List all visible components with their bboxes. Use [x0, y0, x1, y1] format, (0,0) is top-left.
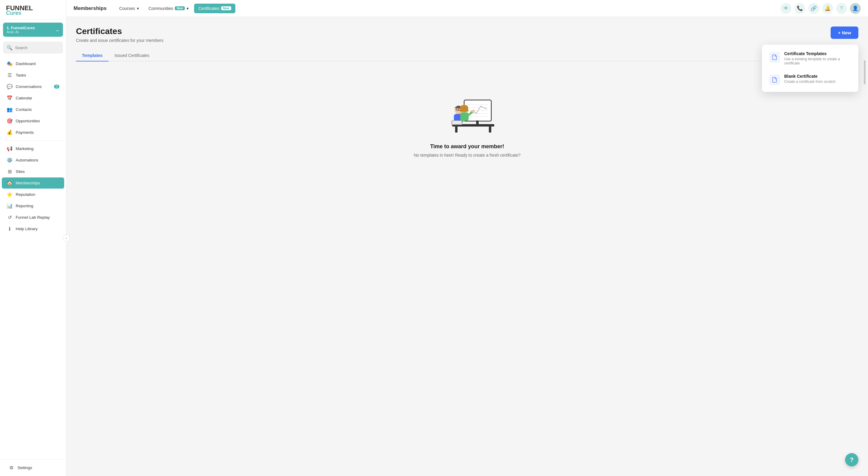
sidebar-item-payments[interactable]: 💰 Payments — [2, 127, 64, 138]
calendar-icon: 📅 — [7, 95, 13, 101]
page-subtitle: Create and issue certificates for your m… — [76, 38, 163, 43]
sidebar-item-tasks[interactable]: ☰ Tasks — [2, 70, 64, 81]
certificate-templates-title: Certificate Templates — [784, 51, 851, 56]
search-input[interactable] — [15, 45, 66, 50]
new-button[interactable]: + New — [831, 27, 858, 39]
conversations-icon: 💬 — [7, 84, 13, 90]
help-fab-button[interactable]: ? — [845, 453, 858, 466]
certificate-templates-icon — [769, 52, 780, 63]
sites-icon: ⊞ — [7, 169, 13, 174]
sidebar-item-label: Payments — [16, 130, 34, 135]
dropdown-certificate-templates[interactable]: Certificate Templates Use a existing tem… — [764, 47, 856, 70]
sidebar-item-label: Marketing — [16, 147, 33, 151]
sidebar-bottom: ⚙ Settings — [0, 459, 66, 476]
sidebar-item-sites[interactable]: ⊞ Sites — [2, 166, 64, 177]
page-header: Certificates Create and issue certificat… — [76, 27, 858, 43]
certificates-label: Certificates — [198, 6, 219, 11]
svg-rect-17 — [453, 121, 461, 124]
empty-subtitle: No templates in here! Ready to create a … — [414, 153, 521, 158]
empty-title: Time to award your member! — [430, 144, 504, 150]
bell-icon-button[interactable]: 🔔 — [822, 3, 833, 14]
reporting-icon: 📊 — [7, 203, 13, 209]
sidebar-item-label: Help Library — [16, 227, 38, 231]
sidebar-item-label: Contacts — [16, 107, 32, 112]
eye-icon-button[interactable]: 👁 — [781, 3, 792, 14]
svg-rect-2 — [489, 127, 491, 132]
opportunities-icon: 🎯 — [7, 118, 13, 124]
user-avatar[interactable]: 👤 — [850, 3, 861, 14]
sidebar-item-label: Sites — [16, 169, 25, 174]
svg-rect-4 — [476, 121, 478, 125]
sidebar-item-dashboard[interactable]: 🎭 Dashboard — [2, 58, 64, 69]
topnav-certificates[interactable]: Certificates New — [194, 4, 236, 13]
marketing-icon: 📢 — [7, 146, 13, 152]
certificate-templates-desc: Use a existing template to create a cert… — [784, 57, 851, 65]
topnav-courses[interactable]: Courses ▾ — [115, 4, 143, 13]
sidebar-item-conversations[interactable]: 💬 Conversations 0 — [2, 81, 64, 92]
blank-certificate-title: Blank Certificate — [784, 74, 835, 78]
sidebar-item-settings[interactable]: ⚙ Settings — [4, 462, 62, 473]
sidebar-item-label: Opportunities — [16, 119, 40, 123]
sidebar-item-marketing[interactable]: 📢 Marketing — [2, 143, 64, 154]
sidebar-item-funnel-lab-replay[interactable]: ↺ Funnel Lab Replay — [2, 212, 64, 223]
svg-rect-1 — [455, 127, 458, 132]
chevron-icon: ⌄ — [56, 27, 59, 33]
memberships-icon: 🏠 — [7, 180, 13, 186]
new-dropdown-menu: Certificate Templates Use a existing tem… — [762, 44, 858, 92]
sidebar-item-label: Tasks — [16, 73, 26, 77]
sidebar-item-label: Memberships — [16, 181, 40, 185]
blank-certificate-desc: Create a certificate from scratch — [784, 80, 835, 84]
communities-badge: New — [175, 6, 185, 10]
svg-point-21 — [472, 110, 475, 113]
certificates-badge: New — [221, 6, 231, 10]
content-tabs: Templates Issued Certificates — [76, 50, 858, 61]
logo: FUNNEL Cures — [0, 0, 66, 20]
share-icon-button[interactable]: 🔗 — [808, 3, 819, 14]
sidebar-item-calendar[interactable]: 📅 Calendar — [2, 93, 64, 104]
sidebar-item-label: Automations — [16, 158, 38, 162]
sidebar-collapse-button[interactable]: ‹ — [63, 234, 70, 242]
sidebar-item-reporting[interactable]: 📊 Reporting — [2, 200, 64, 212]
logo-cures: Cures — [6, 10, 60, 16]
sidebar-item-label: Funnel Lab Replay — [16, 215, 50, 220]
sidebar-item-automations[interactable]: ⚙️ Automations — [2, 155, 64, 166]
search-bar[interactable]: 🔍 ⌘ K 👤 — [3, 41, 63, 54]
sidebar-item-label: Settings — [18, 466, 32, 470]
conversations-badge: 0 — [54, 85, 59, 89]
blank-certificate-icon — [769, 74, 780, 85]
sidebar-item-label: Reputation — [16, 192, 35, 197]
help-icon-button[interactable]: ? — [836, 3, 847, 14]
tab-templates[interactable]: Templates — [76, 50, 108, 61]
sidebar-item-label: Reporting — [16, 204, 33, 208]
account-switcher[interactable]: 1. FunnelCures Arab, AL ⌄ — [3, 23, 63, 37]
sidebar-item-contacts[interactable]: 👥 Contacts — [2, 104, 64, 115]
sidebar-item-reputation[interactable]: ⭐ Reputation — [2, 189, 64, 200]
sidebar-item-label: Calendar — [16, 96, 32, 100]
nav-divider — [3, 140, 63, 141]
sidebar-item-help-library[interactable]: ℹ Help Library — [2, 223, 64, 234]
svg-rect-19 — [460, 113, 469, 121]
page-title: Certificates — [76, 27, 163, 36]
search-icon: 🔍 — [7, 45, 13, 51]
replay-icon: ↺ — [7, 215, 13, 220]
sidebar-item-label: Dashboard — [16, 61, 36, 66]
help-library-icon: ℹ — [7, 226, 13, 232]
sidebar-item-label: Conversations — [16, 84, 41, 89]
sidebar-item-memberships[interactable]: 🏠 Memberships — [2, 178, 64, 189]
contacts-icon: 👥 — [7, 107, 13, 113]
sidebar: FUNNEL Cures 1. FunnelCures Arab, AL ⌄ 🔍… — [0, 0, 66, 476]
communities-label: Communities — [149, 6, 173, 11]
topnav-communities[interactable]: Communities New ▾ — [144, 4, 193, 13]
automations-icon: ⚙️ — [7, 157, 13, 163]
phone-icon-button[interactable]: 📞 — [795, 3, 805, 14]
tab-issued-certificates[interactable]: Issued Certificates — [108, 50, 155, 61]
communities-chevron-icon: ▾ — [187, 6, 189, 11]
reputation-icon: ⭐ — [7, 192, 13, 197]
dropdown-blank-certificate[interactable]: Blank Certificate Create a certificate f… — [764, 70, 856, 90]
scrollbar[interactable] — [864, 60, 866, 84]
sidebar-item-opportunities[interactable]: 🎯 Opportunities — [2, 116, 64, 127]
header-icons: 👁 📞 🔗 🔔 ? 👤 — [781, 3, 861, 14]
main-content: Memberships Courses ▾ Communities New ▾ … — [66, 0, 868, 476]
account-location: Arab, AL — [7, 30, 35, 34]
courses-chevron-icon: ▾ — [137, 6, 139, 11]
